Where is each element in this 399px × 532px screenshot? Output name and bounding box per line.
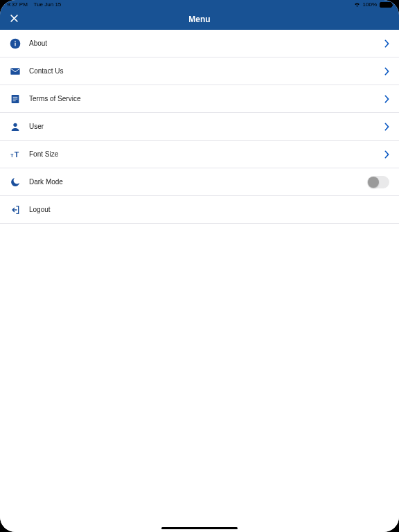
darkmode-toggle[interactable] [367,176,389,188]
navbar-title: Menu [188,15,210,24]
menu-row-logout[interactable]: Logout [0,196,399,224]
close-icon [9,13,19,26]
toggle-knob [368,177,379,188]
menu-row-contact[interactable]: Contact Us [0,57,399,85]
logout-icon [10,204,21,215]
home-indicator[interactable] [161,527,238,529]
svg-rect-1 [15,42,15,46]
menu-row-fontsize[interactable]: TT Font Size [0,141,399,168]
menu-list: About Contact Us Terms of Service [0,30,399,532]
chevron-right-icon [384,39,389,48]
chevron-right-icon [384,66,389,76]
svg-point-8 [13,123,17,126]
app-screen: 9:37 PM Tue Jun 15 100% Menu About [0,0,399,532]
menu-row-terms[interactable]: Terms of Service [0,85,399,113]
wifi-icon [354,2,360,7]
status-left: 9:37 PM Tue Jun 15 [7,1,61,8]
menu-label: Logout [29,206,389,213]
user-icon [10,121,21,132]
menu-row-darkmode: Dark Mode [0,168,399,196]
menu-label: User [29,123,384,130]
battery-percent: 100% [363,1,377,8]
fontsize-icon: TT [10,149,21,160]
menu-label: Terms of Service [29,95,384,103]
menu-label: About [29,39,384,47]
document-icon [10,94,21,105]
chevron-right-icon [384,122,389,132]
svg-text:T: T [10,153,13,158]
mail-icon [10,66,21,77]
status-time: 9:37 PM [7,1,28,8]
menu-row-about[interactable]: About [0,30,399,57]
menu-row-user[interactable]: User [0,113,399,141]
moon-icon [10,177,21,188]
close-button[interactable] [8,14,19,25]
chevron-right-icon [384,150,389,159]
navbar: Menu [0,9,399,30]
svg-point-2 [15,40,16,42]
menu-label: Font Size [29,150,384,158]
chevron-right-icon [384,94,389,104]
battery-icon [380,2,392,8]
status-right: 100% [354,1,392,8]
svg-text:T: T [15,150,19,159]
info-icon [10,38,21,49]
svg-rect-3 [10,68,19,74]
menu-label: Dark Mode [29,178,367,186]
status-date: Tue Jun 15 [34,1,62,8]
status-bar: 9:37 PM Tue Jun 15 100% [0,0,399,9]
menu-label: Contact Us [29,67,384,75]
